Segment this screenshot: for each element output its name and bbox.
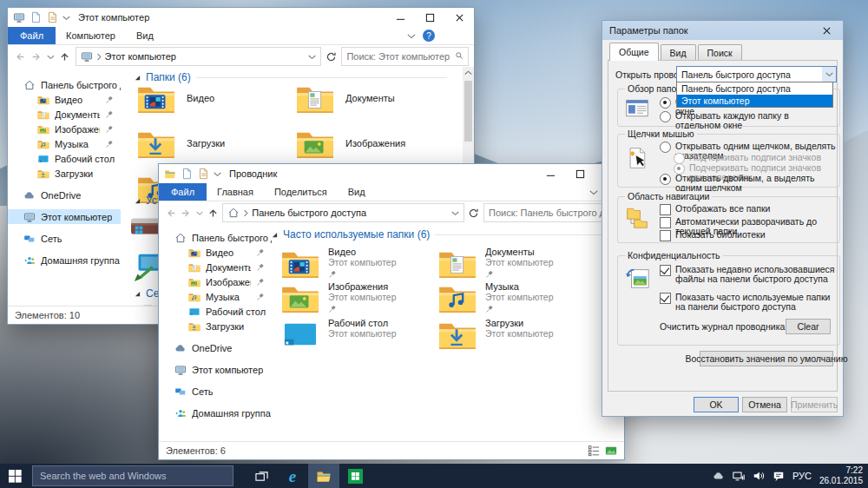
tab-share[interactable]: Поделиться	[264, 183, 338, 201]
ribbon-expand-icon[interactable]	[589, 189, 598, 195]
tab-search[interactable]: Поиск	[698, 44, 742, 61]
store-button[interactable]	[339, 464, 371, 488]
tab-file[interactable]: Файл	[8, 27, 56, 44]
sidebar-item-network[interactable]: Сеть	[8, 231, 121, 246]
tab-view[interactable]: Вид	[126, 27, 164, 44]
frequent-tile-documents[interactable]: Документы Этот компьютер	[437, 247, 554, 280]
scrollbar-thumb[interactable]	[464, 81, 472, 142]
taskbar-search-input[interactable]: Search the web and Windows	[32, 465, 233, 486]
minimize-button[interactable]	[385, 8, 415, 27]
sidebar-item-network[interactable]: Сеть	[159, 384, 272, 399]
folder-tile-pictures[interactable]: Изображения	[295, 127, 405, 160]
frequent-tile-downloads[interactable]: Загрузки Этот компьютер	[437, 318, 554, 351]
search-box[interactable]: Поиск: Этот компьютер	[341, 47, 469, 66]
address-dropdown-icon[interactable]	[308, 54, 316, 60]
breadcrumb[interactable]: Панель быстрого доступа	[252, 208, 366, 218]
quick-access-customize-icon[interactable]	[214, 171, 221, 177]
sidebar-item-downloads[interactable]: Загрузки	[159, 319, 272, 333]
open-explorer-combobox[interactable]: Панель быстрого доступа	[676, 66, 837, 82]
checkbox-show-frequent-folders[interactable]: Показать часто используемые папки на пан…	[660, 293, 836, 312]
sidebar-item-quick-access[interactable]: Панель быстрого д	[159, 230, 272, 245]
sidebar-item-homegroup[interactable]: Домашняя группа	[8, 253, 121, 267]
volume-tray-icon[interactable]	[753, 470, 765, 482]
sidebar-item-onedrive[interactable]: OneDrive	[8, 188, 121, 202]
file-explorer-button[interactable]	[308, 464, 339, 488]
search-box[interactable]: Поиск: Панель быстрого до...	[483, 203, 619, 222]
close-button[interactable]	[444, 8, 474, 27]
sidebar-item-desktop[interactable]: Рабочий стол	[159, 304, 272, 319]
address-dropdown-icon[interactable]	[451, 210, 459, 216]
frequent-tile-videos[interactable]: Видео Этот компьютер	[280, 247, 397, 280]
back-button[interactable]	[13, 49, 27, 63]
tab-general[interactable]: Общие	[609, 43, 659, 61]
language-indicator[interactable]: РУС	[792, 471, 812, 481]
folder-tile-documents[interactable]: Документы	[295, 82, 395, 115]
recent-locations-icon[interactable]	[47, 54, 55, 60]
up-button[interactable]	[58, 49, 72, 63]
frequent-tile-pictures[interactable]: Изображения Этот компьютер	[280, 281, 397, 315]
onedrive-tray-icon[interactable]	[713, 470, 725, 482]
details-view-icon[interactable]	[588, 445, 600, 457]
quick-access-doc-icon[interactable]	[181, 168, 193, 180]
forward-button[interactable]	[30, 49, 44, 63]
checkbox-show-all-folders[interactable]: Отображать все папки	[660, 204, 836, 215]
thumbnail-view-icon[interactable]	[605, 445, 617, 457]
refresh-button[interactable]	[468, 206, 480, 220]
sidebar-item-music[interactable]: Музыка	[159, 289, 272, 304]
address-box[interactable]: Этот компьютер	[76, 47, 321, 66]
cancel-button[interactable]: Отмена	[742, 397, 787, 412]
dialog-close-icon[interactable]	[817, 23, 836, 38]
tab-computer[interactable]: Компьютер	[56, 27, 126, 44]
sidebar-item-videos[interactable]: Видео	[8, 92, 121, 107]
dialog-titlebar[interactable]: Параметры папок	[602, 21, 843, 40]
section-frequent-folders[interactable]: Часто используемые папки (6)	[272, 228, 612, 241]
up-button[interactable]	[207, 206, 219, 220]
recent-locations-icon[interactable]	[196, 210, 203, 216]
task-view-button[interactable]	[246, 464, 277, 488]
quick-access-folder-icon[interactable]	[46, 11, 58, 23]
help-icon[interactable]: ?	[423, 30, 435, 42]
ok-button[interactable]: OK	[694, 397, 739, 412]
sidebar-item-music[interactable]: Музыка	[8, 136, 121, 151]
minimize-button[interactable]	[536, 164, 565, 183]
scroll-up-icon[interactable]	[463, 67, 474, 79]
apply-button[interactable]: Применить	[791, 397, 838, 412]
ribbon-expand-icon[interactable]	[407, 33, 416, 39]
clear-button[interactable]: Clear	[786, 319, 831, 334]
frequent-tile-music[interactable]: Музыка Этот компьютер	[437, 281, 554, 315]
folder-tile-videos[interactable]: Видео	[136, 82, 214, 115]
sidebar-item-documents[interactable]: Документы	[159, 260, 272, 274]
sidebar-item-videos[interactable]: Видео	[159, 245, 272, 260]
tab-file[interactable]: Файл	[159, 183, 207, 201]
titlebar[interactable]: Этот компьютер	[8, 8, 474, 27]
quick-access-customize-icon[interactable]	[62, 15, 70, 21]
checkbox-show-libraries[interactable]: Показать библиотеки	[660, 230, 836, 241]
dropdown-option-this-pc[interactable]: Этот компьютер	[677, 95, 832, 107]
sidebar-item-pictures[interactable]: Изображения	[159, 274, 272, 289]
breadcrumb[interactable]: Этот компьютер	[105, 51, 176, 62]
address-box[interactable]: Панель быстрого доступа	[222, 203, 464, 222]
back-button[interactable]	[164, 206, 176, 220]
maximize-button[interactable]	[565, 164, 595, 183]
tab-view[interactable]: Вид	[338, 183, 376, 201]
restore-defaults-button[interactable]: Восстановить значения по умолчанию	[700, 351, 833, 366]
titlebar[interactable]: Проводник	[159, 164, 624, 183]
sidebar-item-onedrive[interactable]: OneDrive	[159, 340, 272, 355]
sidebar-item-this-pc[interactable]: Этот компьютер	[159, 362, 272, 377]
sidebar-item-homegroup[interactable]: Домашняя группа	[159, 406, 272, 420]
clock[interactable]: 7:22 26.01.2015	[819, 465, 863, 486]
folder-tile-downloads[interactable]: Загрузки	[136, 127, 225, 160]
internet-explorer-button[interactable]: e	[277, 464, 308, 488]
sidebar-item-downloads[interactable]: Загрузки	[8, 166, 121, 181]
sidebar-item-this-pc[interactable]: Этот компьютер	[8, 209, 121, 224]
sidebar-item-quick-access[interactable]: Панель быстрого д	[8, 77, 121, 92]
refresh-button[interactable]	[325, 49, 339, 63]
checkbox-show-recent-files[interactable]: Показать недавно использовавшиеся файлы …	[660, 265, 836, 284]
quick-access-doc-icon[interactable]	[30, 11, 42, 23]
sidebar-item-pictures[interactable]: Изображения	[8, 122, 121, 136]
dropdown-option-quick-access[interactable]: Панель быстрого доступа	[677, 82, 832, 95]
frequent-tile-desktop[interactable]: Рабочий стол Этот компьютер	[280, 318, 397, 351]
sidebar-item-documents[interactable]: Документы	[8, 107, 121, 122]
radio-double-click[interactable]: Открывать двойным, а выделять одним щелч…	[660, 174, 836, 193]
radio-open-new-window[interactable]: Открывать каждую папку в отдельном окне	[660, 111, 836, 130]
